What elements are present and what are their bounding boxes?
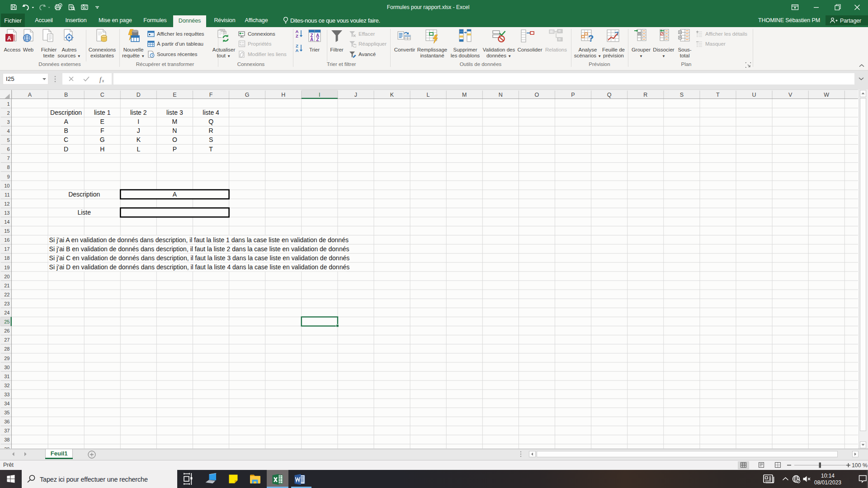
svg-text:C: C: [64, 136, 68, 143]
svg-text:Si j’ai B en validation de don: Si j’ai B en validation de donnés dans d…: [49, 245, 349, 253]
svg-text:I: I: [319, 92, 320, 98]
svg-text:38: 38: [4, 437, 9, 442]
svg-text:liste 2: liste 2: [130, 109, 147, 116]
svg-text:Liste: Liste: [77, 209, 91, 216]
svg-text:29: 29: [4, 356, 9, 361]
svg-text:W: W: [824, 92, 829, 98]
svg-text:T: T: [209, 145, 213, 153]
svg-text:4: 4: [7, 128, 9, 134]
svg-text:F: F: [209, 92, 213, 98]
svg-text:K: K: [390, 92, 394, 98]
svg-text:H: H: [281, 92, 285, 98]
svg-text:36: 36: [4, 419, 9, 424]
svg-text:19: 19: [4, 265, 9, 270]
svg-text:H: H: [100, 145, 104, 153]
svg-text:Q: Q: [607, 92, 612, 98]
svg-text:13: 13: [4, 210, 9, 216]
svg-text:O: O: [535, 92, 539, 98]
svg-text:1: 1: [7, 101, 9, 107]
svg-text:Si j’ai D en validation de don: Si j’ai D en validation de donnés dans d…: [49, 263, 350, 271]
svg-text:Q: Q: [208, 118, 213, 125]
svg-text:S: S: [680, 92, 684, 98]
svg-text:3: 3: [7, 119, 9, 125]
svg-text:6: 6: [7, 146, 9, 152]
svg-text:B: B: [64, 92, 68, 98]
svg-text:J: J: [137, 127, 140, 134]
svg-text:liste 3: liste 3: [166, 109, 183, 116]
svg-text:34: 34: [4, 401, 9, 406]
svg-text:U: U: [752, 92, 756, 98]
svg-text:A: A: [28, 92, 32, 98]
svg-text:27: 27: [4, 337, 9, 343]
svg-text:11: 11: [5, 192, 9, 197]
svg-text:F: F: [100, 127, 104, 134]
svg-text:G: G: [100, 136, 105, 143]
svg-text:B: B: [64, 127, 68, 134]
svg-text:Si j’ai C en validation de don: Si j’ai C en validation de donnés dans d…: [49, 254, 350, 262]
svg-text:30: 30: [4, 365, 9, 370]
svg-text:32: 32: [4, 383, 9, 388]
svg-text:16: 16: [4, 237, 9, 243]
svg-text:L: L: [427, 92, 430, 98]
svg-text:25: 25: [4, 319, 9, 324]
svg-text:23: 23: [4, 301, 9, 306]
svg-text:20: 20: [4, 274, 9, 279]
svg-text:18: 18: [4, 255, 9, 261]
svg-text:T: T: [716, 92, 720, 98]
svg-text:Si j’ai A en validation de don: Si j’ai A en validation de donnés dans d…: [49, 236, 349, 244]
svg-text:L: L: [137, 145, 140, 153]
svg-text:K: K: [137, 136, 141, 143]
svg-text:8: 8: [7, 164, 9, 170]
svg-text:M: M: [172, 118, 178, 125]
svg-text:D: D: [137, 92, 141, 98]
svg-text:M: M: [462, 92, 467, 98]
svg-text:24: 24: [4, 310, 9, 315]
svg-text:22: 22: [4, 292, 9, 297]
svg-text:R: R: [209, 127, 213, 134]
svg-text:G: G: [245, 92, 250, 98]
svg-text:17: 17: [4, 246, 9, 252]
svg-text:C: C: [100, 92, 104, 98]
svg-text:21: 21: [4, 283, 9, 288]
svg-text:J: J: [354, 92, 357, 98]
svg-text:V: V: [788, 92, 793, 98]
svg-text:R: R: [643, 92, 647, 98]
svg-text:7: 7: [7, 155, 9, 161]
svg-text:10: 10: [4, 183, 9, 188]
svg-text:35: 35: [4, 410, 9, 415]
svg-text:E: E: [173, 92, 176, 98]
svg-text:A: A: [64, 118, 68, 125]
svg-text:28: 28: [4, 346, 9, 352]
svg-text:2: 2: [7, 110, 9, 116]
svg-text:26: 26: [4, 328, 9, 333]
svg-text:I: I: [137, 118, 139, 125]
svg-text:Description: Description: [50, 109, 82, 116]
svg-text:33: 33: [4, 392, 9, 397]
svg-text:15: 15: [4, 228, 9, 234]
svg-text:5: 5: [7, 137, 9, 143]
svg-text:P: P: [173, 145, 177, 153]
svg-text:Description: Description: [68, 191, 100, 198]
svg-text:P: P: [571, 92, 575, 98]
svg-text:E: E: [100, 118, 104, 125]
svg-text:S: S: [209, 136, 213, 143]
svg-text:D: D: [64, 145, 68, 153]
svg-text:O: O: [172, 136, 177, 143]
svg-text:N: N: [172, 127, 177, 134]
svg-text:N: N: [499, 92, 503, 98]
svg-text:9: 9: [7, 174, 9, 179]
svg-text:A: A: [173, 191, 177, 198]
svg-text:31: 31: [4, 374, 9, 379]
svg-text:liste 1: liste 1: [94, 109, 111, 116]
svg-text:37: 37: [4, 428, 9, 433]
svg-text:liste 4: liste 4: [203, 109, 219, 116]
svg-text:12: 12: [4, 201, 9, 206]
svg-text:14: 14: [4, 219, 9, 225]
